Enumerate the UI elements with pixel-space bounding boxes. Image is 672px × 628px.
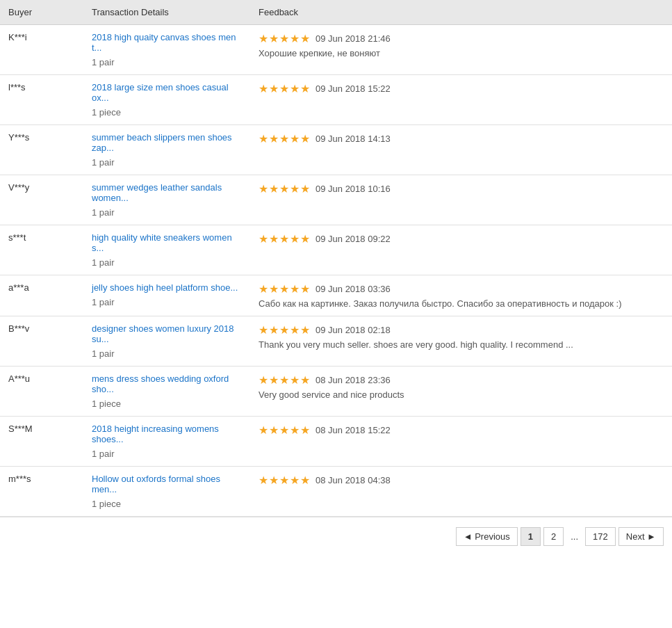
transaction-link[interactable]: mens dress shoes wedding oxford sho... [92,373,242,394]
table-row: l***s2018 large size men shoes casual ox… [0,75,672,125]
transaction-link[interactable]: designer shoes women luxury 2018 su... [92,323,242,344]
star-icon: ★ [259,282,268,296]
star-icon: ★ [279,82,289,95]
transaction-link[interactable]: 2018 large size men shoes casual ox... [92,82,242,103]
next-button[interactable]: Next ► [618,527,664,546]
star-icon: ★ [290,323,300,337]
star-icon: ★ [259,474,268,487]
buyer-name: V***y [8,182,29,193]
star-icon: ★ [300,282,310,296]
quantity-label: 1 pair [92,57,115,67]
buyer-name: m***s [8,474,31,484]
buyer-name: A***u [8,373,30,384]
star-rating: ★★★★★ [259,373,310,387]
quantity-label: 1 piece [92,398,121,409]
star-icon: ★ [269,182,279,195]
transaction-link[interactable]: 2018 high quaity canvas shoes men t... [92,32,242,53]
stars-row: ★★★★★09 Jun 2018 02:18 [259,323,664,337]
table-row: a***ajelly shoes high heel platform shoe… [0,275,672,316]
reviews-table: Buyer Transaction Details Feedback K***i… [0,0,672,517]
buyer-column-header: Buyer [0,0,83,25]
quantity-label: 1 pair [92,348,115,359]
buyer-name: K***i [8,32,27,42]
stars-row: ★★★★★09 Jun 2018 03:36 [259,282,664,296]
star-rating: ★★★★★ [259,474,310,487]
star-rating: ★★★★★ [259,282,310,296]
page-172-button[interactable]: 172 [585,527,616,546]
star-icon: ★ [290,82,300,95]
star-icon: ★ [259,424,268,437]
buyer-name: B***v [8,323,29,334]
star-icon: ★ [259,232,268,245]
stars-row: ★★★★★09 Jun 2018 14:13 [259,132,664,145]
table-row: B***vdesigner shoes women luxury 2018 su… [0,316,672,367]
feedback-content: ★★★★★09 Jun 2018 21:46Хорошие крепкие, н… [259,32,664,58]
table-row: K***i2018 high quaity canvas shoes men t… [0,25,672,75]
stars-row: ★★★★★08 Jun 2018 15:22 [259,424,664,437]
star-icon: ★ [279,474,289,487]
star-rating: ★★★★★ [259,182,310,195]
stars-row: ★★★★★08 Jun 2018 23:36 [259,373,664,387]
transaction-link[interactable]: jelly shoes high heel platform shoe... [92,282,242,293]
review-date: 08 Jun 2018 15:22 [315,425,391,435]
buyer-name: a***a [8,282,29,293]
star-icon: ★ [300,323,310,337]
star-icon: ★ [269,32,279,45]
transaction-link[interactable]: summer wedges leather sandals women... [92,182,242,203]
table-header-row: Buyer Transaction Details Feedback [0,0,672,25]
quantity-label: 1 pair [92,297,115,307]
star-icon: ★ [290,182,300,195]
buyer-name: s***t [8,232,26,243]
feedback-content: ★★★★★08 Jun 2018 04:38 [259,474,664,487]
star-icon: ★ [259,82,268,95]
star-icon: ★ [290,232,300,245]
star-icon: ★ [279,132,289,145]
star-icon: ★ [259,323,268,337]
transaction-link[interactable]: Hollow out oxfords formal shoes men... [92,474,242,494]
star-icon: ★ [300,132,310,145]
feedback-content: ★★★★★09 Jun 2018 14:13 [259,132,664,145]
star-icon: ★ [300,424,310,437]
review-date: 09 Jun 2018 02:18 [315,325,391,335]
table-row: A***umens dress shoes wedding oxford sho… [0,367,672,417]
feedback-content: ★★★★★09 Jun 2018 10:16 [259,182,664,195]
star-icon: ★ [269,282,279,296]
review-date: 09 Jun 2018 15:22 [315,83,391,94]
star-icon: ★ [300,474,310,487]
transaction-link[interactable]: high quality white sneakers women s... [92,232,242,253]
star-icon: ★ [279,282,289,296]
feedback-content: ★★★★★08 Jun 2018 15:22 [259,424,664,437]
buyer-name: l***s [8,82,26,92]
star-icon: ★ [279,323,289,337]
page-1-button[interactable]: 1 [521,527,541,546]
star-icon: ★ [290,373,300,387]
transaction-link[interactable]: summer beach slippers men shoes zap... [92,132,242,153]
review-date: 08 Jun 2018 23:36 [315,375,391,385]
transaction-link[interactable]: 2018 height increasing womens shoes... [92,424,242,444]
quantity-label: 1 pair [92,207,115,218]
star-icon: ★ [259,132,268,145]
star-icon: ★ [300,82,310,95]
star-icon: ★ [279,182,289,195]
stars-row: ★★★★★09 Jun 2018 09:22 [259,232,664,245]
star-icon: ★ [290,282,300,296]
feedback-content: ★★★★★09 Jun 2018 03:36Сабо как на картин… [259,282,664,309]
star-rating: ★★★★★ [259,424,310,437]
table-row: s***thigh quality white sneakers women s… [0,225,672,275]
review-date: 09 Jun 2018 10:16 [315,184,391,194]
quantity-label: 1 pair [92,157,115,168]
quantity-label: 1 pair [92,257,115,268]
star-icon: ★ [269,232,279,245]
star-icon: ★ [269,323,279,337]
previous-button[interactable]: ◄ Previous [456,527,518,546]
table-row: m***sHollow out oxfords formal shoes men… [0,467,672,517]
star-icon: ★ [269,132,279,145]
star-icon: ★ [259,182,268,195]
star-icon: ★ [300,32,310,45]
review-text: Thank you very much seller. shoes are ve… [259,339,664,350]
stars-row: ★★★★★09 Jun 2018 21:46 [259,32,664,45]
star-icon: ★ [269,474,279,487]
star-rating: ★★★★★ [259,32,310,45]
quantity-label: 1 pair [92,449,115,459]
page-2-button[interactable]: 2 [543,527,564,546]
